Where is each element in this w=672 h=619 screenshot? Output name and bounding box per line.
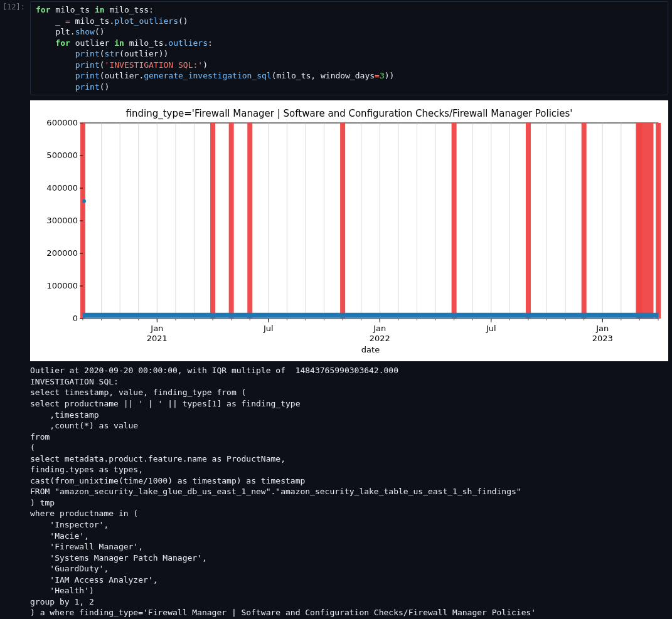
svg-rect-38 [452, 123, 457, 319]
cell-output: finding_type='Firewall Manager | Softwar… [30, 100, 668, 619]
svg-text:600000: 600000 [46, 119, 78, 127]
svg-text:Jan: Jan [150, 324, 163, 333]
svg-rect-43 [636, 123, 653, 319]
svg-text:100000: 100000 [46, 281, 78, 290]
code-input[interactable]: for milo_ts in milo_tss: _ = milo_ts.plo… [30, 1, 668, 95]
chart-title: finding_type='Firewall Manager | Softwar… [34, 104, 664, 119]
svg-rect-35 [229, 123, 234, 319]
svg-rect-40 [582, 123, 587, 319]
svg-text:2021: 2021 [147, 334, 168, 343]
svg-rect-34 [210, 123, 215, 319]
svg-text:Jul: Jul [263, 324, 274, 333]
svg-rect-42 [656, 123, 661, 319]
notebook-cell: [12]: for milo_ts in milo_tss: _ = milo_… [0, 0, 672, 95]
svg-text:Jan: Jan [595, 324, 609, 333]
stdout-output: Outlier at 2020-09-20 00:00:00, with IQR… [30, 361, 668, 619]
cell-prompt: [12]: [0, 1, 30, 95]
svg-rect-39 [526, 123, 531, 319]
svg-text:0: 0 [73, 314, 78, 323]
svg-text:200000: 200000 [46, 248, 78, 258]
svg-rect-0 [83, 123, 658, 319]
svg-text:Jul: Jul [486, 324, 496, 333]
svg-text:2022: 2022 [370, 334, 390, 343]
svg-text:300000: 300000 [46, 216, 78, 225]
chart-svg: 0100000200000300000400000500000600000Jan… [34, 119, 664, 357]
svg-text:Jan: Jan [373, 324, 386, 333]
plot-figure: finding_type='Firewall Manager | Softwar… [30, 100, 668, 361]
svg-text:2023: 2023 [592, 334, 613, 343]
svg-text:400000: 400000 [46, 183, 78, 193]
svg-text:date: date [361, 345, 380, 354]
svg-text:500000: 500000 [46, 151, 78, 160]
svg-point-45 [82, 199, 86, 203]
svg-rect-37 [340, 123, 345, 319]
svg-rect-36 [247, 123, 252, 319]
